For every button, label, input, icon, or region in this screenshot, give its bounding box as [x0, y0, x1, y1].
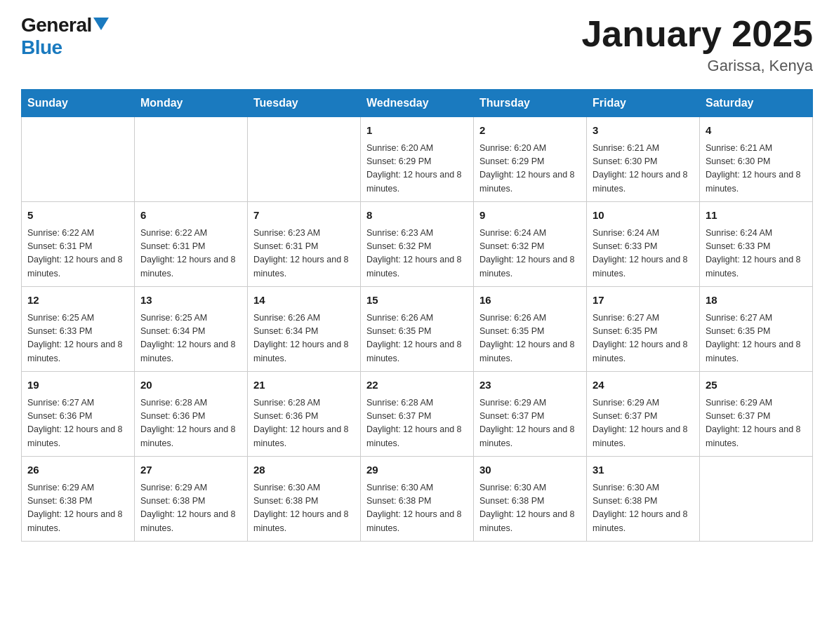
- weekday-header-monday: Monday: [135, 90, 248, 117]
- calendar-week-row: 1Sunrise: 6:20 AMSunset: 6:29 PMDaylight…: [22, 117, 813, 202]
- day-info: Sunrise: 6:27 AMSunset: 6:36 PMDaylight:…: [27, 398, 123, 448]
- day-number: 14: [253, 293, 355, 309]
- day-info: Sunrise: 6:29 AMSunset: 6:38 PMDaylight:…: [140, 483, 236, 533]
- day-number: 11: [706, 208, 807, 224]
- day-info: Sunrise: 6:24 AMSunset: 6:32 PMDaylight:…: [479, 228, 575, 279]
- day-info: Sunrise: 6:28 AMSunset: 6:36 PMDaylight:…: [253, 398, 349, 448]
- day-number: 6: [140, 208, 241, 224]
- weekday-header-thursday: Thursday: [474, 90, 587, 117]
- calendar-day-cell: 1Sunrise: 6:20 AMSunset: 6:29 PMDaylight…: [361, 117, 474, 202]
- weekday-header-sunday: Sunday: [22, 90, 135, 117]
- day-number: 16: [479, 293, 581, 309]
- day-info: Sunrise: 6:28 AMSunset: 6:36 PMDaylight:…: [140, 398, 236, 448]
- day-info: Sunrise: 6:24 AMSunset: 6:33 PMDaylight:…: [706, 228, 801, 279]
- calendar-title: January 2025: [581, 14, 813, 54]
- calendar-day-cell: 15Sunrise: 6:26 AMSunset: 6:35 PMDayligh…: [361, 287, 474, 372]
- calendar-day-cell: 14Sunrise: 6:26 AMSunset: 6:34 PMDayligh…: [248, 287, 361, 372]
- calendar-week-row: 12Sunrise: 6:25 AMSunset: 6:33 PMDayligh…: [22, 287, 813, 372]
- day-number: 2: [479, 123, 581, 139]
- calendar-day-cell: 28Sunrise: 6:30 AMSunset: 6:38 PMDayligh…: [248, 457, 361, 542]
- calendar-day-cell: 10Sunrise: 6:24 AMSunset: 6:33 PMDayligh…: [587, 202, 700, 287]
- calendar-day-cell: 18Sunrise: 6:27 AMSunset: 6:35 PMDayligh…: [700, 287, 813, 372]
- day-number: 25: [706, 377, 807, 394]
- day-number: 29: [366, 462, 468, 478]
- day-info: Sunrise: 6:26 AMSunset: 6:34 PMDaylight:…: [253, 313, 349, 363]
- calendar-day-cell: 9Sunrise: 6:24 AMSunset: 6:32 PMDaylight…: [474, 202, 587, 287]
- day-info: Sunrise: 6:27 AMSunset: 6:35 PMDaylight:…: [706, 313, 801, 363]
- day-info: Sunrise: 6:26 AMSunset: 6:35 PMDaylight:…: [479, 313, 575, 363]
- day-info: Sunrise: 6:22 AMSunset: 6:31 PMDaylight:…: [27, 228, 123, 279]
- calendar-day-cell: 31Sunrise: 6:30 AMSunset: 6:38 PMDayligh…: [587, 457, 700, 542]
- calendar-day-cell: 7Sunrise: 6:23 AMSunset: 6:31 PMDaylight…: [248, 202, 361, 287]
- weekday-header-saturday: Saturday: [700, 90, 813, 117]
- day-info: Sunrise: 6:28 AMSunset: 6:37 PMDaylight:…: [366, 398, 462, 448]
- day-number: 21: [253, 377, 355, 394]
- day-number: 20: [140, 377, 241, 394]
- calendar-week-row: 26Sunrise: 6:29 AMSunset: 6:38 PMDayligh…: [22, 457, 813, 542]
- calendar-day-cell: 2Sunrise: 6:20 AMSunset: 6:29 PMDaylight…: [474, 117, 587, 202]
- day-number: 30: [479, 462, 581, 478]
- day-number: 22: [366, 377, 468, 394]
- calendar-day-cell: 20Sunrise: 6:28 AMSunset: 6:36 PMDayligh…: [135, 372, 248, 457]
- day-info: Sunrise: 6:29 AMSunset: 6:37 PMDaylight:…: [479, 398, 575, 448]
- calendar-day-cell: 8Sunrise: 6:23 AMSunset: 6:32 PMDaylight…: [361, 202, 474, 287]
- day-number: 5: [27, 208, 128, 224]
- day-info: Sunrise: 6:20 AMSunset: 6:29 PMDaylight:…: [366, 143, 462, 194]
- weekday-header-tuesday: Tuesday: [248, 90, 361, 117]
- day-number: 24: [593, 377, 694, 394]
- logo-arrow-icon: [93, 18, 109, 30]
- day-number: 31: [593, 462, 694, 478]
- day-info: Sunrise: 6:24 AMSunset: 6:33 PMDaylight:…: [593, 228, 688, 279]
- logo-blue-text: Blue: [21, 36, 62, 59]
- calendar-day-cell: [135, 117, 248, 202]
- day-info: Sunrise: 6:30 AMSunset: 6:38 PMDaylight:…: [366, 483, 462, 533]
- day-info: Sunrise: 6:29 AMSunset: 6:37 PMDaylight:…: [593, 398, 688, 448]
- calendar-day-cell: 13Sunrise: 6:25 AMSunset: 6:34 PMDayligh…: [135, 287, 248, 372]
- weekday-header-row: SundayMondayTuesdayWednesdayThursdayFrid…: [22, 90, 813, 117]
- day-number: 8: [366, 208, 468, 224]
- day-info: Sunrise: 6:30 AMSunset: 6:38 PMDaylight:…: [593, 483, 688, 533]
- calendar-day-cell: 4Sunrise: 6:21 AMSunset: 6:30 PMDaylight…: [700, 117, 813, 202]
- calendar-day-cell: 25Sunrise: 6:29 AMSunset: 6:37 PMDayligh…: [700, 372, 813, 457]
- calendar-day-cell: 22Sunrise: 6:28 AMSunset: 6:37 PMDayligh…: [361, 372, 474, 457]
- calendar-day-cell: 24Sunrise: 6:29 AMSunset: 6:37 PMDayligh…: [587, 372, 700, 457]
- day-info: Sunrise: 6:30 AMSunset: 6:38 PMDaylight:…: [479, 483, 575, 533]
- calendar-day-cell: 16Sunrise: 6:26 AMSunset: 6:35 PMDayligh…: [474, 287, 587, 372]
- day-number: 12: [27, 293, 128, 309]
- calendar-week-row: 19Sunrise: 6:27 AMSunset: 6:36 PMDayligh…: [22, 372, 813, 457]
- logo-general-text: General: [21, 14, 92, 36]
- day-number: 28: [253, 462, 355, 478]
- day-info: Sunrise: 6:25 AMSunset: 6:34 PMDaylight:…: [140, 313, 236, 363]
- calendar-day-cell: 3Sunrise: 6:21 AMSunset: 6:30 PMDaylight…: [587, 117, 700, 202]
- calendar-table: SundayMondayTuesdayWednesdayThursdayFrid…: [21, 89, 813, 542]
- calendar-day-cell: [22, 117, 135, 202]
- day-info: Sunrise: 6:23 AMSunset: 6:32 PMDaylight:…: [366, 228, 462, 279]
- day-info: Sunrise: 6:29 AMSunset: 6:38 PMDaylight:…: [27, 483, 123, 533]
- day-number: 4: [706, 123, 807, 139]
- calendar-day-cell: 11Sunrise: 6:24 AMSunset: 6:33 PMDayligh…: [700, 202, 813, 287]
- day-number: 9: [479, 208, 581, 224]
- svg-marker-0: [93, 18, 109, 30]
- day-number: 1: [366, 123, 468, 139]
- calendar-day-cell: 6Sunrise: 6:22 AMSunset: 6:31 PMDaylight…: [135, 202, 248, 287]
- day-number: 17: [593, 293, 694, 309]
- calendar-day-cell: 5Sunrise: 6:22 AMSunset: 6:31 PMDaylight…: [22, 202, 135, 287]
- day-info: Sunrise: 6:21 AMSunset: 6:30 PMDaylight:…: [706, 143, 801, 194]
- calendar-day-cell: [700, 457, 813, 542]
- calendar-week-row: 5Sunrise: 6:22 AMSunset: 6:31 PMDaylight…: [22, 202, 813, 287]
- day-number: 13: [140, 293, 241, 309]
- day-info: Sunrise: 6:30 AMSunset: 6:38 PMDaylight:…: [253, 483, 349, 533]
- calendar-day-cell: 12Sunrise: 6:25 AMSunset: 6:33 PMDayligh…: [22, 287, 135, 372]
- day-number: 10: [593, 208, 694, 224]
- day-number: 26: [27, 462, 128, 478]
- day-info: Sunrise: 6:23 AMSunset: 6:31 PMDaylight:…: [253, 228, 349, 279]
- calendar-day-cell: 26Sunrise: 6:29 AMSunset: 6:38 PMDayligh…: [22, 457, 135, 542]
- title-block: January 2025 Garissa, Kenya: [581, 14, 813, 75]
- day-info: Sunrise: 6:27 AMSunset: 6:35 PMDaylight:…: [593, 313, 688, 363]
- day-info: Sunrise: 6:29 AMSunset: 6:37 PMDaylight:…: [706, 398, 801, 448]
- day-info: Sunrise: 6:25 AMSunset: 6:33 PMDaylight:…: [27, 313, 123, 363]
- calendar-day-cell: 21Sunrise: 6:28 AMSunset: 6:36 PMDayligh…: [248, 372, 361, 457]
- day-number: 23: [479, 377, 581, 394]
- calendar-day-cell: [248, 117, 361, 202]
- day-number: 15: [366, 293, 468, 309]
